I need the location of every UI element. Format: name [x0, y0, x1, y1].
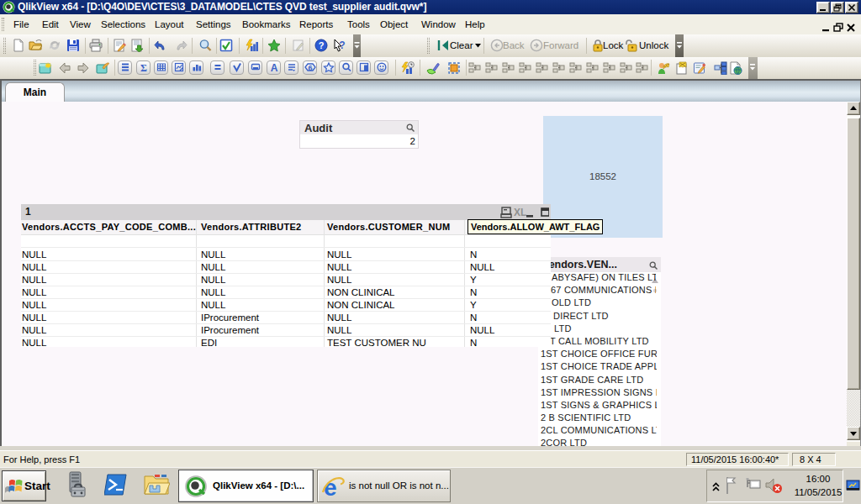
svg-text:XL: XL: [514, 207, 526, 218]
svg-text:?: ?: [319, 40, 325, 50]
svg-text:Σ: Σ: [140, 62, 147, 74]
svg-text:?: ?: [339, 39, 345, 51]
svg-text:A: A: [271, 62, 278, 74]
svg-text:6: 6: [308, 64, 312, 72]
